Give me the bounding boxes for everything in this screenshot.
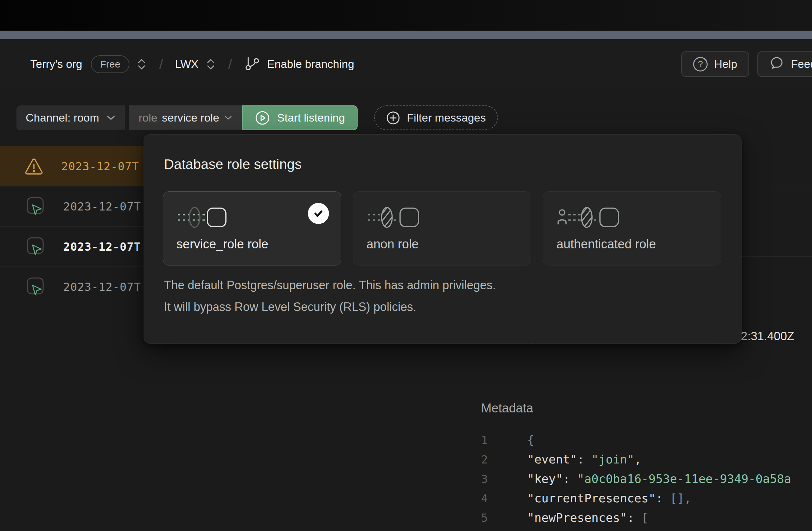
role-card-authenticated[interactable]: authenticated role (543, 191, 721, 266)
role-card-label: service_role role (176, 237, 269, 251)
line-number: 1 (481, 433, 494, 447)
cursor-icon (24, 236, 45, 257)
role-description-line1: The default Postgres/superuser role. Thi… (164, 274, 496, 296)
code-line: 2"event": "join", (481, 450, 812, 469)
breadcrumb-separator: / (228, 56, 232, 72)
line-number: 4 (481, 492, 494, 505)
warning-icon (24, 157, 43, 175)
role-cards: service_role roleanon roleauthenticated … (163, 191, 721, 266)
channel-dropdown[interactable]: Channel: room (16, 105, 125, 130)
chevron-down-icon (106, 115, 116, 121)
play-circle-icon (255, 110, 270, 126)
channel-dropdown-label: Channel: room (26, 111, 99, 124)
line-number: 3 (481, 472, 494, 486)
message-timestamp: 2023-12-07T (63, 280, 141, 293)
plus-circle-icon (386, 111, 401, 125)
metadata-title: Metadata (481, 401, 533, 415)
line-number: 5 (481, 511, 494, 525)
project-switcher-icon[interactable] (205, 57, 216, 72)
git-branch-icon (244, 56, 260, 72)
service-role-icon (176, 205, 229, 230)
role-dropdown-value: service role (162, 111, 219, 124)
help-button-label: Help (714, 58, 737, 71)
org-switcher-icon[interactable] (136, 57, 147, 72)
cursor-icon (24, 196, 45, 217)
chevron-down-icon (224, 115, 232, 120)
check-icon (308, 203, 329, 224)
window-top-strip (0, 31, 812, 39)
filter-messages-button[interactable]: Filter messages (374, 105, 498, 130)
role-dropdown[interactable]: role service role (129, 105, 242, 130)
message-timestamp: 2023-12-07T (61, 160, 139, 173)
message-timestamp: 2023-12-07T (63, 200, 141, 213)
realtime-inspector-screen: Terry's org Free / LWX / (0, 0, 812, 531)
enable-branching-button[interactable]: Enable branching (267, 58, 354, 71)
help-icon: ? (693, 57, 708, 71)
details-divider (463, 371, 812, 371)
breadcrumb: Terry's org Free / LWX / (30, 39, 354, 89)
code-line: 4"currentPresences": [], (481, 488, 812, 508)
app-header: Terry's org Free / LWX / (0, 39, 812, 89)
role-description-line2: It will bypass Row Level Security (RLS) … (164, 296, 496, 318)
filter-messages-label: Filter messages (407, 111, 486, 124)
plan-badge: Free (91, 55, 130, 73)
org-name[interactable]: Terry's org (30, 58, 82, 71)
start-listening-label: Start listening (277, 111, 345, 124)
role-dropdown-prefix: role (139, 111, 157, 124)
cursor-icon (24, 276, 45, 298)
role-description: The default Postgres/superuser role. Thi… (164, 274, 496, 318)
database-role-settings-popover: Database role settings service_role role… (144, 134, 741, 344)
anon-role-icon (366, 205, 421, 230)
speech-bubble-icon (769, 55, 784, 73)
line-number: 2 (481, 453, 494, 466)
browser-chrome-area (0, 0, 812, 31)
authenticated-role-icon (556, 205, 620, 230)
help-button[interactable]: ? Help (681, 52, 749, 77)
message-timestamp: 2023-12-07T (63, 240, 141, 253)
code-line: 1{ (481, 430, 812, 450)
code-line: 3"key": "a0c0ba16-953e-11ee-9349-0a58a (481, 469, 812, 488)
role-card-anon[interactable]: anon role (353, 191, 531, 266)
feedback-button-label: Feedback (791, 58, 812, 71)
popover-title: Database role settings (164, 156, 302, 172)
project-name[interactable]: LWX (175, 58, 199, 71)
role-card-label: anon role (366, 237, 419, 251)
feedback-button[interactable]: Feedback (757, 52, 812, 77)
code-line: 5"newPresences": [ (481, 508, 812, 527)
start-listening-button[interactable]: Start listening (242, 105, 358, 130)
role-card-label: authenticated role (556, 237, 656, 251)
role-card-service[interactable]: service_role role (163, 191, 341, 266)
breadcrumb-separator: / (159, 56, 163, 72)
metadata-code-block[interactable]: 1{2"event": "join",3"key": "a0c0ba16-953… (481, 430, 812, 527)
